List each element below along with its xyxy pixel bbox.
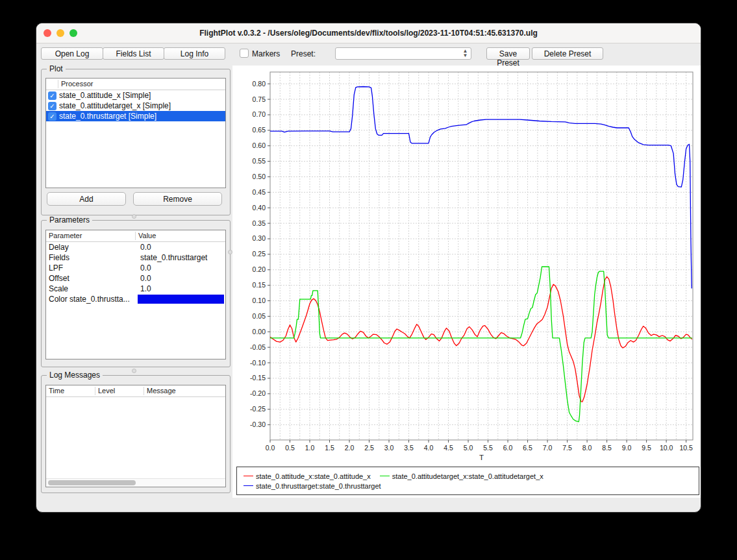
markers-checkbox[interactable] bbox=[240, 49, 249, 58]
processor-row[interactable]: ✓state_0.thrusttarget [Simple] bbox=[46, 111, 225, 121]
y-tick-label: -0.30 bbox=[250, 420, 266, 428]
level-column-header: Level bbox=[95, 387, 144, 395]
parameter-row[interactable]: Color state_0.thrustta... bbox=[46, 294, 225, 304]
processor-list-rows: ✓state_0.attitude_x [Simple]✓state_0.att… bbox=[46, 90, 225, 121]
y-tick-label: 0.15 bbox=[253, 281, 266, 289]
parameter-name: Scale bbox=[46, 284, 138, 293]
splitter-grip-vertical[interactable] bbox=[228, 250, 232, 254]
plot-group: Plot Processor ✓state_0.attitude_x [Simp… bbox=[41, 69, 231, 215]
y-tick-label: -0.25 bbox=[250, 405, 266, 413]
y-tick-label: 0.65 bbox=[253, 126, 266, 134]
plot-group-title: Plot bbox=[47, 64, 66, 73]
parameter-row[interactable]: Delay0.0 bbox=[46, 242, 225, 252]
preset-combobox[interactable]: ▲▼ bbox=[335, 47, 471, 60]
processor-checkbox-icon[interactable]: ✓ bbox=[48, 112, 56, 121]
parameters-table[interactable]: Parameter Value Delay0.0Fieldsstate_0.th… bbox=[45, 230, 226, 359]
chart-legend: state_0.attitude_x:state_0.attitude_xsta… bbox=[236, 467, 699, 495]
parameter-value: 1.0 bbox=[138, 284, 225, 293]
y-tick-label: 0.35 bbox=[253, 219, 266, 227]
parameter-name: Offset bbox=[46, 274, 138, 283]
zoom-window-button[interactable] bbox=[69, 29, 77, 37]
time-column-header: Time bbox=[46, 387, 95, 395]
x-tick-label: 6.0 bbox=[503, 444, 513, 452]
y-tick-label: 0.75 bbox=[253, 95, 266, 103]
color-swatch[interactable] bbox=[138, 295, 224, 304]
minimize-window-button[interactable] bbox=[56, 29, 64, 37]
open-log-button[interactable]: Open Log bbox=[41, 47, 103, 60]
combobox-stepper-icon[interactable]: ▲▼ bbox=[461, 49, 469, 58]
y-tick-label: 0.05 bbox=[253, 312, 266, 320]
y-tick-label: -0.10 bbox=[250, 359, 266, 367]
parameter-row[interactable]: Fieldsstate_0.thrusttarget bbox=[46, 252, 225, 263]
remove-button[interactable]: Remove bbox=[133, 192, 222, 206]
fields-list-button[interactable]: Fields List bbox=[103, 47, 164, 60]
x-tick-label: 0.5 bbox=[285, 444, 295, 452]
x-tick-label: 8.5 bbox=[602, 444, 612, 452]
splitter-grip-parameters-log[interactable] bbox=[132, 369, 136, 373]
parameter-row[interactable]: Offset0.0 bbox=[46, 273, 225, 284]
y-tick-label: 0.60 bbox=[253, 141, 266, 149]
processor-list[interactable]: Processor ✓state_0.attitude_x [Simple]✓s… bbox=[45, 78, 226, 188]
x-tick-label: 0.0 bbox=[266, 444, 275, 452]
x-tick-label: 10.0 bbox=[660, 444, 673, 452]
y-tick-label: 0.20 bbox=[253, 265, 266, 273]
x-tick-label: 10.5 bbox=[679, 444, 693, 452]
x-tick-label: 9.0 bbox=[622, 444, 632, 452]
x-tick-label: 4.0 bbox=[424, 444, 434, 452]
x-tick-label: 9.5 bbox=[642, 444, 651, 452]
x-tick-label: 3.5 bbox=[404, 444, 414, 452]
parameter-value: 0.0 bbox=[138, 243, 225, 252]
parameter-name: Color state_0.thrustta... bbox=[46, 295, 138, 304]
y-tick-label: 0.45 bbox=[253, 188, 266, 196]
parameter-name: Fields bbox=[46, 253, 138, 262]
chart-svg[interactable]: 0.800.750.700.650.600.550.500.450.400.35… bbox=[232, 66, 701, 463]
close-window-button[interactable] bbox=[44, 29, 51, 37]
save-preset-button[interactable]: Save Preset bbox=[486, 47, 530, 60]
log-scrollbar-thumb[interactable] bbox=[48, 480, 136, 485]
log-horizontal-scrollbar[interactable] bbox=[46, 478, 225, 487]
x-axis-label: T bbox=[479, 454, 484, 461]
y-tick-label: 0.40 bbox=[253, 204, 266, 212]
legend-label: state_0.attitudetarget_x:state_0.attitud… bbox=[392, 472, 543, 480]
title-bar: FlightPlot v.0.3.2 - /Users/oleg/Documen… bbox=[36, 23, 701, 43]
window-controls bbox=[44, 29, 77, 37]
x-tick-label: 5.5 bbox=[483, 444, 493, 452]
y-tick-label: 0.10 bbox=[253, 297, 266, 304]
parameter-value: 0.0 bbox=[138, 263, 225, 273]
processor-row-label: state_0.attitudetarget_x [Simple] bbox=[59, 101, 171, 110]
app-window: FlightPlot v.0.3.2 - /Users/oleg/Documen… bbox=[36, 23, 701, 513]
splitter-grip-plot-parameters[interactable] bbox=[132, 214, 136, 219]
log-messages-table[interactable]: Time Level Message bbox=[45, 385, 226, 487]
delete-preset-button[interactable]: Delete Preset bbox=[532, 47, 603, 60]
log-info-button[interactable]: Log Info bbox=[164, 47, 225, 60]
legend-label: state_0.attitude_x:state_0.attitude_x bbox=[256, 472, 371, 480]
log-messages-group: Log Messages Time Level Message bbox=[41, 375, 231, 493]
x-tick-label: 2.5 bbox=[364, 444, 374, 452]
y-tick-label: -0.15 bbox=[250, 374, 266, 382]
x-tick-label: 1.5 bbox=[325, 444, 334, 452]
processor-row[interactable]: ✓state_0.attitude_x [Simple] bbox=[46, 90, 225, 101]
chart-panel: 0.800.750.700.650.600.550.500.450.400.35… bbox=[232, 66, 701, 498]
legend-line-icon bbox=[380, 476, 390, 476]
y-tick-label: 0.50 bbox=[253, 173, 266, 180]
add-button[interactable]: Add bbox=[47, 192, 126, 206]
parameters-group: Parameters Parameter Value Delay0.0Field… bbox=[41, 220, 231, 367]
legend-line-icon bbox=[244, 485, 253, 486]
processor-row-label: state_0.attitude_x [Simple] bbox=[59, 91, 151, 100]
x-tick-label: 2.0 bbox=[345, 444, 355, 452]
y-tick-label: 0.25 bbox=[253, 250, 266, 258]
parameter-row[interactable]: LPF0.0 bbox=[46, 263, 225, 273]
message-column-header: Message bbox=[144, 387, 225, 395]
y-tick-label: 0.55 bbox=[253, 157, 266, 165]
x-tick-label: 8.0 bbox=[582, 444, 592, 452]
processor-checkbox-icon[interactable]: ✓ bbox=[48, 102, 56, 110]
y-tick-label: 0.00 bbox=[253, 328, 266, 335]
markers-label: Markers bbox=[252, 49, 280, 58]
legend-line-icon bbox=[244, 476, 253, 476]
processor-row[interactable]: ✓state_0.attitudetarget_x [Simple] bbox=[46, 101, 225, 111]
processor-checkbox-icon[interactable]: ✓ bbox=[48, 91, 56, 100]
parameter-row[interactable]: Scale1.0 bbox=[46, 284, 225, 294]
y-tick-label: 0.70 bbox=[253, 110, 266, 118]
x-tick-label: 4.5 bbox=[443, 444, 453, 452]
legend-item: state_0.attitude_x:state_0.attitude_x bbox=[244, 472, 371, 480]
